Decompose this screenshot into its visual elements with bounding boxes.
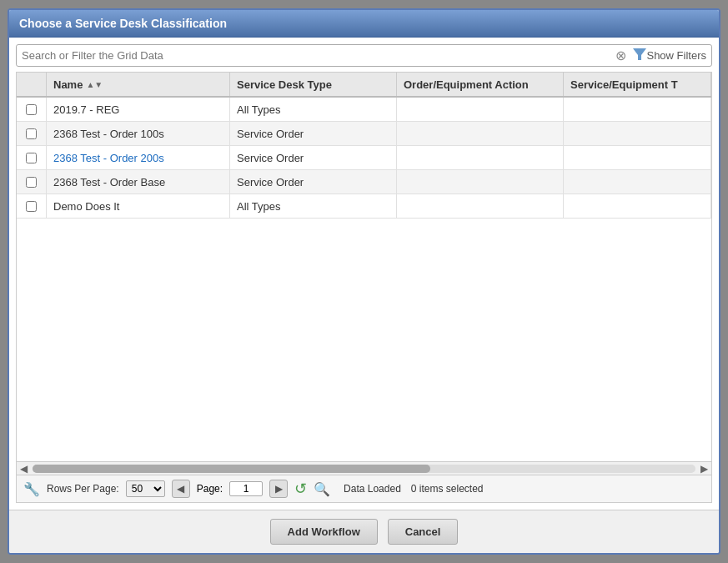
- row-3-action: [397, 146, 564, 169]
- row-2-service: [564, 122, 711, 145]
- header-type: Service Desk Type: [230, 73, 397, 96]
- row-3-check[interactable]: [17, 146, 47, 169]
- row-1-type: All Types: [230, 98, 397, 121]
- row-4-checkbox[interactable]: [26, 177, 37, 188]
- scroll-right-icon[interactable]: ▶: [699, 463, 710, 475]
- data-status: Data Loaded: [344, 483, 401, 495]
- search-bar: ⊗ Show Filters: [16, 44, 712, 67]
- row-2-type: Service Order: [230, 122, 397, 145]
- row-4-type: Service Order: [230, 170, 397, 194]
- dialog-window: Choose a Service Desk Classification ⊗ S…: [8, 8, 720, 555]
- row-5-action: [397, 194, 564, 218]
- rows-per-page-select[interactable]: 50 100 200: [126, 480, 165, 497]
- grid-body: 2019.7 - REG All Types 2368 Test - Order…: [17, 98, 711, 461]
- row-3-type: Service Order: [230, 146, 397, 169]
- row-2-name: 2368 Test - Order 100s: [47, 122, 230, 145]
- show-filters-button[interactable]: Show Filters: [646, 49, 706, 62]
- prev-page-button[interactable]: ◀: [172, 480, 190, 498]
- table-row: 2368 Test - Order 100s Service Order: [17, 122, 711, 146]
- header-name[interactable]: Name ▲▼: [47, 73, 230, 96]
- row-1-check[interactable]: [17, 98, 47, 121]
- cancel-button[interactable]: Cancel: [388, 519, 459, 545]
- data-grid: Name ▲▼ Service Desk Type Order/Equipmen…: [16, 72, 712, 503]
- sort-icon: ▲▼: [86, 80, 103, 89]
- row-3-name[interactable]: 2368 Test - Order 200s: [47, 146, 230, 169]
- row-3-service: [564, 146, 711, 169]
- grid-header: Name ▲▼ Service Desk Type Order/Equipmen…: [17, 73, 711, 98]
- header-service: Service/Equipment T: [564, 73, 711, 96]
- search-clear-icon[interactable]: ⊗: [615, 49, 626, 63]
- dialog-title: Choose a Service Desk Classification: [9, 10, 719, 38]
- table-row: Demo Does It All Types: [17, 194, 711, 219]
- header-action: Order/Equipment Action: [397, 73, 564, 96]
- scroll-left-icon[interactable]: ◀: [18, 463, 29, 475]
- pagination-bar: 🔧 Rows Per Page: 50 100 200 ◀ Page: ▶ ↺ …: [17, 475, 711, 502]
- next-page-button[interactable]: ▶: [269, 480, 288, 498]
- search-grid-icon[interactable]: 🔍: [314, 481, 330, 497]
- dialog-footer: Add Workflow Cancel: [9, 510, 719, 553]
- row-5-service: [564, 194, 711, 218]
- filter-icon: [633, 48, 646, 63]
- scroll-thumb[interactable]: [33, 465, 430, 473]
- page-input[interactable]: [229, 481, 263, 496]
- row-4-name: 2368 Test - Order Base: [47, 170, 230, 194]
- row-2-action: [397, 122, 564, 145]
- row-4-action: [397, 170, 564, 194]
- rows-per-page-label: Rows Per Page:: [47, 483, 119, 495]
- dialog-body: ⊗ Show Filters Name ▲▼ Service Desk Type…: [9, 38, 719, 510]
- page-label: Page:: [197, 483, 223, 495]
- row-5-name: Demo Does It: [47, 194, 230, 218]
- search-input[interactable]: [22, 49, 615, 62]
- items-selected: 0 items selected: [411, 483, 484, 495]
- table-row: 2368 Test - Order 200s Service Order: [17, 146, 711, 170]
- row-1-name: 2019.7 - REG: [47, 98, 230, 121]
- scroll-track[interactable]: [33, 465, 695, 473]
- row-5-checkbox[interactable]: [26, 201, 37, 212]
- row-4-check[interactable]: [17, 170, 47, 194]
- table-row: 2019.7 - REG All Types: [17, 98, 711, 122]
- row-2-checkbox[interactable]: [26, 128, 37, 139]
- row-1-checkbox[interactable]: [26, 104, 37, 115]
- table-row: 2368 Test - Order Base Service Order: [17, 170, 711, 194]
- row-4-service: [564, 170, 711, 194]
- svg-marker-0: [633, 48, 646, 60]
- row-5-type: All Types: [230, 194, 397, 218]
- row-5-check[interactable]: [17, 194, 47, 218]
- row-3-name-link[interactable]: 2368 Test - Order 200s: [53, 152, 164, 164]
- horizontal-scrollbar[interactable]: ◀ ▶: [17, 461, 711, 475]
- row-2-check[interactable]: [17, 122, 47, 145]
- row-1-action: [397, 98, 564, 121]
- refresh-icon[interactable]: ↺: [294, 480, 307, 498]
- row-3-checkbox[interactable]: [26, 153, 37, 163]
- header-check: [17, 73, 47, 96]
- wrench-icon: 🔧: [23, 481, 40, 497]
- add-workflow-button[interactable]: Add Workflow: [270, 519, 378, 545]
- row-1-service: [564, 98, 711, 121]
